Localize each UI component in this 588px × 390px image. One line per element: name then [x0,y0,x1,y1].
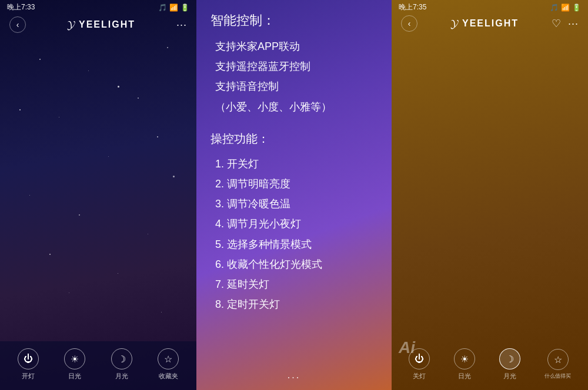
left-panel: 晚上7:33 🎵 📶 🔋 ‹ 𝓨 YEELIGHT ··· ⏻ 开灯 ☀ 日光 [0,0,196,390]
right-yeelight-wings-icon: 𝓨 [450,17,459,31]
left-logo-text: YEELIGHT [79,19,135,30]
left-bottom-bar: ⏻ 开灯 ☀ 日光 ☽ 月光 ☆ 收藏夹 [0,341,196,390]
left-favorites-label: 收藏夹 [159,372,178,381]
control-6: 6. 收藏个性化灯光模式 [211,254,377,274]
control-8: 8. 定时开关灯 [211,294,377,314]
right-logo-area: 𝓨 YEELIGHT [450,17,519,31]
control-1: 1. 开关灯 [211,154,377,174]
bluetooth-icon: 🎵 [158,4,167,12]
right-bottom-zhide[interactable]: ☆ 什么值得买 [544,349,571,380]
signal-icon: 📶 [169,4,178,12]
right-back-area[interactable]: ‹ [401,15,417,32]
left-status-bar: 晚上7:33 🎵 📶 🔋 [0,0,196,15]
right-status-icons: 🎵 📶 🔋 [550,4,581,12]
smart-control-heading: 智能控制： [211,12,377,29]
left-top-bar: ‹ 𝓨 YEELIGHT ··· [0,12,196,38]
moon-icon[interactable]: ☽ [111,348,132,369]
control-3: 3. 调节冷暖色温 [211,194,377,214]
feature-mijia: 支持米家APP联动 [211,36,377,56]
right-time: 晚上7:35 [399,2,426,12]
right-status-bar: 晚上7:35 🎵 📶 🔋 [392,0,588,15]
scroll-dots: ··· [288,372,300,383]
yeelight-wings-icon: 𝓨 [67,18,75,32]
battery-icon: 🔋 [181,4,189,12]
feature-remote: 支持遥控器蓝牙控制 [211,56,377,76]
feature-voice: 支持语音控制 [211,76,377,96]
left-logo-area: 𝓨 YEELIGHT [67,18,135,32]
left-back-area[interactable]: ‹ [9,16,26,33]
left-more-button[interactable]: ··· [176,19,187,31]
right-power-icon[interactable]: ⏻ [409,348,430,369]
right-logo-text: YEELIGHT [462,18,519,29]
right-back-button[interactable]: ‹ [401,15,417,32]
right-moonlight-label: 月光 [503,372,516,381]
star-icon[interactable]: ☆ [158,348,179,369]
right-star-icon[interactable]: ☆ [547,349,569,370]
right-panel: 晚上7:35 🎵 📶 🔋 ‹ 𝓨 YEELIGHT ♡ ··· ⏻ 关灯 ☀ [392,0,588,390]
right-zhide-label: 什么值得买 [544,372,571,380]
right-back-chevron-icon: ‹ [408,19,411,28]
right-bottom-bar: ⏻ 关灯 ☀ 日光 ☽ 月光 ☆ 什么值得买 [392,341,588,390]
sun-icon[interactable]: ☀ [64,348,85,369]
right-power-label: 关灯 [413,372,426,381]
control-2: 2. 调节明暗亮度 [211,174,377,194]
right-more-button[interactable]: ··· [568,18,579,30]
control-4: 4. 调节月光小夜灯 [211,214,377,234]
right-top-bar: ‹ 𝓨 YEELIGHT ♡ ··· [392,12,588,36]
control-functions-heading: 操控功能： [211,131,377,147]
right-bottom-power[interactable]: ⏻ 关灯 [409,348,430,381]
left-back-button[interactable]: ‹ [9,16,26,33]
right-actions: ♡ ··· [552,17,579,30]
right-moon-icon[interactable]: ☽ [499,348,520,369]
left-bottom-power[interactable]: ⏻ 开灯 [18,348,39,381]
stars-decoration [0,0,196,390]
left-status-icons: 🎵 📶 🔋 [158,4,189,12]
heart-icon[interactable]: ♡ [552,17,561,30]
right-sun-icon[interactable]: ☀ [454,348,475,369]
middle-panel: 智能控制： 支持米家APP联动 支持遥控器蓝牙控制 支持语音控制 （小爱、小度、… [196,0,392,390]
right-bluetooth-icon: 🎵 [550,4,559,12]
left-sunlight-label: 日光 [68,372,81,381]
right-bottom-sunlight[interactable]: ☀ 日光 [454,348,475,381]
left-moonlight-label: 月光 [115,372,128,381]
right-battery-icon: 🔋 [572,4,581,12]
right-signal-icon: 📶 [561,4,570,12]
right-bottom-moonlight[interactable]: ☽ 月光 [499,348,520,381]
left-more-area[interactable]: ··· [176,19,187,31]
left-power-label: 开灯 [22,372,35,381]
feature-assistants: （小爱、小度、小雅等） [211,97,377,117]
left-bottom-moonlight[interactable]: ☽ 月光 [111,348,132,381]
right-sunlight-label: 日光 [458,372,471,381]
left-time: 晚上7:33 [7,2,35,12]
control-7: 7. 延时关灯 [211,274,377,294]
back-chevron-icon: ‹ [16,20,19,29]
control-5: 5. 选择多种情景模式 [211,234,377,254]
left-bottom-favorites[interactable]: ☆ 收藏夹 [158,348,179,381]
power-icon[interactable]: ⏻ [18,348,39,369]
left-bottom-sunlight[interactable]: ☀ 日光 [64,348,85,381]
